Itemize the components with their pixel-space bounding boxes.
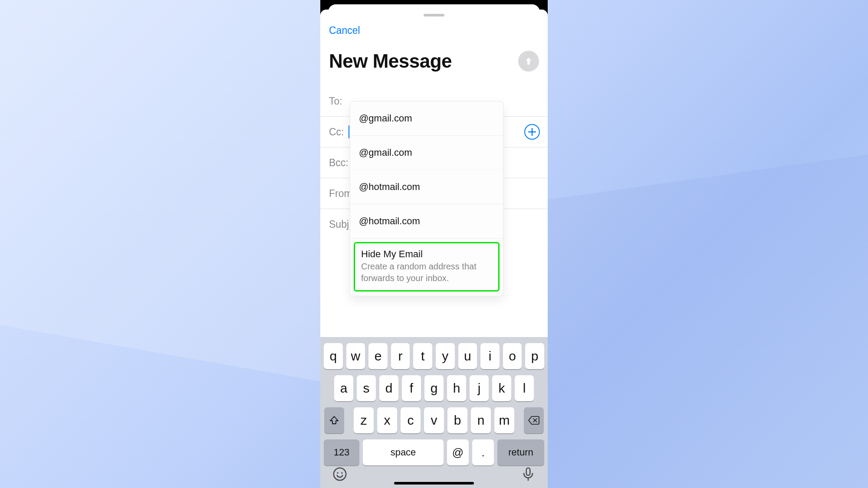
svg-point-0 bbox=[334, 468, 346, 480]
sheet-grabber[interactable] bbox=[424, 14, 444, 16]
keyboard-row-1: q w e r t y u i o p bbox=[320, 343, 548, 369]
key-m[interactable]: m bbox=[494, 407, 514, 433]
key-z[interactable]: z bbox=[354, 407, 374, 433]
backspace-key[interactable] bbox=[524, 407, 544, 433]
dot-key[interactable]: . bbox=[472, 439, 494, 465]
key-f[interactable]: f bbox=[402, 375, 421, 401]
send-button[interactable] bbox=[518, 51, 539, 72]
key-y[interactable]: y bbox=[436, 343, 455, 369]
hide-my-email-subtitle: Create a random address that forwards to… bbox=[361, 261, 492, 284]
key-a[interactable]: a bbox=[334, 375, 353, 401]
key-i[interactable]: i bbox=[480, 343, 500, 369]
key-c[interactable]: c bbox=[401, 407, 421, 433]
hide-my-email-option[interactable]: Hide My Email Create a random address th… bbox=[354, 242, 500, 291]
suggestion-item[interactable]: @gmail.com bbox=[350, 102, 503, 136]
microphone-icon bbox=[521, 467, 536, 481]
key-u[interactable]: u bbox=[458, 343, 477, 369]
key-o[interactable]: o bbox=[503, 343, 522, 369]
cc-label: Cc: bbox=[329, 126, 344, 138]
at-key[interactable]: @ bbox=[447, 439, 469, 465]
return-key[interactable]: return bbox=[497, 439, 544, 465]
key-r[interactable]: r bbox=[391, 343, 410, 369]
dictation-button[interactable] bbox=[521, 467, 536, 483]
subject-label: Subj bbox=[329, 219, 349, 230]
arrow-up-icon bbox=[523, 56, 534, 66]
backspace-icon bbox=[528, 416, 540, 425]
key-k[interactable]: k bbox=[492, 375, 511, 401]
text-caret bbox=[349, 125, 349, 138]
home-indicator[interactable] bbox=[394, 482, 474, 485]
suggestion-item[interactable]: @gmail.com bbox=[350, 136, 503, 170]
plus-icon bbox=[528, 128, 536, 136]
key-b[interactable]: b bbox=[447, 407, 467, 433]
suggestion-item[interactable]: @hotmail.com bbox=[350, 170, 503, 204]
svg-point-2 bbox=[341, 472, 342, 473]
key-n[interactable]: n bbox=[471, 407, 491, 433]
key-w[interactable]: w bbox=[346, 343, 365, 369]
shift-key[interactable] bbox=[324, 407, 344, 433]
key-g[interactable]: g bbox=[424, 375, 444, 401]
emoji-icon bbox=[332, 467, 347, 481]
hide-my-email-title: Hide My Email bbox=[361, 249, 492, 260]
cancel-button[interactable]: Cancel bbox=[329, 25, 360, 36]
key-t[interactable]: t bbox=[413, 343, 432, 369]
key-l[interactable]: l bbox=[515, 375, 534, 401]
compose-sheet: Cancel New Message To: Cc: bbox=[320, 10, 548, 343]
suggestion-item[interactable]: @hotmail.com bbox=[350, 204, 503, 239]
key-d[interactable]: d bbox=[379, 375, 398, 401]
key-s[interactable]: s bbox=[357, 375, 376, 401]
keyboard: q w e r t y u i o p a s d f g h j k l bbox=[320, 337, 548, 488]
background: Cancel New Message To: Cc: bbox=[0, 0, 868, 488]
key-j[interactable]: j bbox=[470, 375, 489, 401]
space-key[interactable]: space bbox=[363, 439, 444, 465]
svg-rect-3 bbox=[526, 468, 530, 475]
key-v[interactable]: v bbox=[424, 407, 444, 433]
key-x[interactable]: x bbox=[377, 407, 397, 433]
key-p[interactable]: p bbox=[525, 343, 544, 369]
from-label: From bbox=[329, 188, 352, 200]
key-e[interactable]: e bbox=[368, 343, 388, 369]
title-row: New Message bbox=[329, 50, 539, 72]
numbers-key[interactable]: 123 bbox=[324, 439, 359, 465]
nav-bar: Cancel bbox=[329, 21, 539, 40]
shift-icon bbox=[329, 415, 339, 426]
add-contact-button[interactable] bbox=[524, 124, 540, 140]
keyboard-row-4: 123 space @ . return bbox=[320, 439, 548, 465]
keyboard-row-2: a s d f g h j k l bbox=[320, 375, 548, 401]
compose-fields: To: Cc: Bcc: From bbox=[320, 86, 548, 239]
key-h[interactable]: h bbox=[447, 375, 466, 401]
key-q[interactable]: q bbox=[324, 343, 343, 369]
svg-point-1 bbox=[337, 472, 338, 473]
keyboard-row-3: z x c v b n m bbox=[320, 407, 548, 433]
to-label: To: bbox=[329, 95, 342, 107]
emoji-button[interactable] bbox=[332, 467, 347, 483]
bcc-label: Bcc: bbox=[329, 157, 349, 169]
compose-title: New Message bbox=[329, 50, 452, 72]
address-suggestions-popover: @gmail.com @gmail.com @hotmail.com @hotm… bbox=[350, 101, 503, 296]
phone-frame: Cancel New Message To: Cc: bbox=[320, 0, 548, 488]
